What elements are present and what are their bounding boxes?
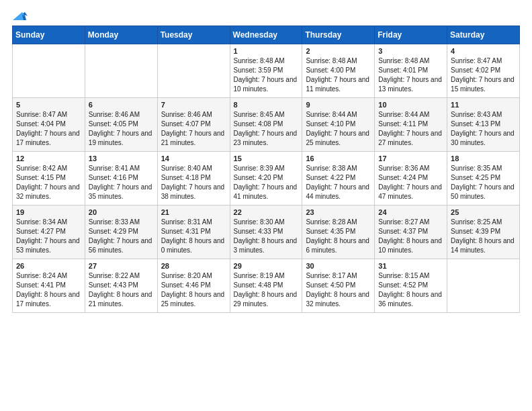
- day-number: 19: [16, 208, 81, 216]
- day-info: Sunrise: 8:22 AMSunset: 4:43 PMDaylight:…: [89, 272, 152, 308]
- logo-icon: [13, 11, 28, 21]
- day-number: 12: [16, 154, 81, 163]
- day-number: 25: [451, 208, 516, 216]
- day-number: 4: [451, 47, 516, 55]
- calendar-cell: 14Sunrise: 8:40 AMSunset: 4:18 PMDayligh…: [157, 152, 230, 205]
- calendar-cell: [13, 44, 85, 98]
- calendar-cell: 8Sunrise: 8:45 AMSunset: 4:08 PMDaylight…: [230, 98, 302, 152]
- day-info: Sunrise: 8:44 AMSunset: 4:10 PMDaylight:…: [306, 111, 369, 146]
- day-info: Sunrise: 8:30 AMSunset: 4:33 PMDaylight:…: [234, 218, 298, 254]
- day-info: Sunrise: 8:42 AMSunset: 4:15 PMDaylight:…: [16, 165, 80, 200]
- day-info: Sunrise: 8:17 AMSunset: 4:50 PMDaylight:…: [306, 272, 369, 308]
- calendar-cell: 10Sunrise: 8:44 AMSunset: 4:11 PMDayligh…: [375, 98, 447, 152]
- calendar-cell: 27Sunrise: 8:22 AMSunset: 4:43 PMDayligh…: [85, 259, 157, 313]
- calendar-cell: 28Sunrise: 8:20 AMSunset: 4:46 PMDayligh…: [157, 259, 230, 313]
- calendar-cell: 16Sunrise: 8:38 AMSunset: 4:22 PMDayligh…: [302, 152, 375, 205]
- calendar-week-2: 5Sunrise: 8:47 AMSunset: 4:04 PMDaylight…: [13, 98, 520, 152]
- calendar-cell: 5Sunrise: 8:47 AMSunset: 4:04 PMDaylight…: [13, 98, 85, 152]
- calendar-week-4: 19Sunrise: 8:34 AMSunset: 4:27 PMDayligh…: [13, 205, 520, 259]
- calendar-week-1: 1Sunrise: 8:48 AMSunset: 3:59 PMDaylight…: [13, 44, 520, 98]
- weekday-header-sunday: Sunday: [13, 26, 85, 44]
- calendar-cell: [85, 44, 157, 98]
- calendar-cell: 1Sunrise: 8:48 AMSunset: 3:59 PMDaylight…: [230, 44, 302, 98]
- day-number: 2: [306, 47, 371, 55]
- day-number: 1: [234, 47, 299, 55]
- day-info: Sunrise: 8:33 AMSunset: 4:29 PMDaylight:…: [89, 218, 152, 254]
- day-number: 23: [306, 208, 371, 216]
- weekday-header-friday: Friday: [375, 26, 447, 44]
- day-number: 3: [378, 47, 443, 55]
- calendar-week-5: 26Sunrise: 8:24 AMSunset: 4:41 PMDayligh…: [13, 259, 520, 313]
- calendar-cell: 11Sunrise: 8:43 AMSunset: 4:13 PMDayligh…: [447, 98, 520, 152]
- calendar-cell: 2Sunrise: 8:48 AMSunset: 4:00 PMDaylight…: [302, 44, 375, 98]
- day-info: Sunrise: 8:48 AMSunset: 4:01 PMDaylight:…: [378, 57, 442, 93]
- day-number: 21: [161, 208, 226, 216]
- calendar-cell: 17Sunrise: 8:36 AMSunset: 4:24 PMDayligh…: [375, 152, 447, 205]
- calendar-cell: 30Sunrise: 8:17 AMSunset: 4:50 PMDayligh…: [302, 259, 375, 313]
- day-number: 8: [234, 101, 299, 109]
- page: SundayMondayTuesdayWednesdayThursdayFrid…: [0, 0, 532, 411]
- day-info: Sunrise: 8:27 AMSunset: 4:37 PMDaylight:…: [378, 218, 442, 254]
- day-number: 22: [234, 208, 299, 216]
- calendar-cell: 9Sunrise: 8:44 AMSunset: 4:10 PMDaylight…: [302, 98, 375, 152]
- day-number: 18: [451, 154, 516, 163]
- day-number: 24: [378, 208, 443, 216]
- day-info: Sunrise: 8:45 AMSunset: 4:08 PMDaylight:…: [234, 111, 298, 146]
- day-info: Sunrise: 8:46 AMSunset: 4:05 PMDaylight:…: [89, 111, 152, 146]
- day-info: Sunrise: 8:48 AMSunset: 3:59 PMDaylight:…: [234, 57, 298, 93]
- day-info: Sunrise: 8:48 AMSunset: 4:00 PMDaylight:…: [306, 57, 369, 93]
- day-number: 11: [451, 101, 516, 109]
- day-number: 7: [161, 101, 226, 109]
- calendar-cell: 12Sunrise: 8:42 AMSunset: 4:15 PMDayligh…: [13, 152, 85, 205]
- calendar-cell: 23Sunrise: 8:28 AMSunset: 4:35 PMDayligh…: [302, 205, 375, 259]
- day-info: Sunrise: 8:36 AMSunset: 4:24 PMDaylight:…: [378, 165, 442, 200]
- day-info: Sunrise: 8:47 AMSunset: 4:04 PMDaylight:…: [16, 111, 80, 146]
- header: [12, 12, 520, 19]
- day-number: 20: [89, 208, 154, 216]
- day-number: 28: [161, 262, 226, 270]
- calendar-header-row: SundayMondayTuesdayWednesdayThursdayFrid…: [13, 26, 520, 44]
- weekday-header-wednesday: Wednesday: [230, 26, 302, 44]
- calendar-cell: 22Sunrise: 8:30 AMSunset: 4:33 PMDayligh…: [230, 205, 302, 259]
- weekday-header-tuesday: Tuesday: [157, 26, 230, 44]
- weekday-header-saturday: Saturday: [447, 26, 520, 44]
- calendar-cell: 18Sunrise: 8:35 AMSunset: 4:25 PMDayligh…: [447, 152, 520, 205]
- calendar-cell: 19Sunrise: 8:34 AMSunset: 4:27 PMDayligh…: [13, 205, 85, 259]
- weekday-header-monday: Monday: [85, 26, 157, 44]
- calendar-cell: 13Sunrise: 8:41 AMSunset: 4:16 PMDayligh…: [85, 152, 157, 205]
- calendar-cell: 3Sunrise: 8:48 AMSunset: 4:01 PMDaylight…: [375, 44, 447, 98]
- day-info: Sunrise: 8:15 AMSunset: 4:52 PMDaylight:…: [378, 272, 442, 308]
- calendar-table: SundayMondayTuesdayWednesdayThursdayFrid…: [12, 26, 520, 313]
- calendar-cell: [157, 44, 230, 98]
- day-number: 10: [378, 101, 443, 109]
- day-info: Sunrise: 8:40 AMSunset: 4:18 PMDaylight:…: [161, 165, 225, 200]
- day-info: Sunrise: 8:34 AMSunset: 4:27 PMDaylight:…: [16, 218, 80, 254]
- calendar-cell: [447, 259, 520, 313]
- day-info: Sunrise: 8:39 AMSunset: 4:20 PMDaylight:…: [234, 165, 298, 200]
- day-number: 29: [234, 262, 299, 270]
- day-number: 16: [306, 154, 371, 163]
- day-info: Sunrise: 8:47 AMSunset: 4:02 PMDaylight:…: [451, 57, 515, 93]
- day-number: 14: [161, 154, 226, 163]
- day-number: 17: [378, 154, 443, 163]
- day-info: Sunrise: 8:24 AMSunset: 4:41 PMDaylight:…: [16, 272, 80, 308]
- calendar-cell: 25Sunrise: 8:25 AMSunset: 4:39 PMDayligh…: [447, 205, 520, 259]
- day-number: 27: [89, 262, 154, 270]
- calendar-cell: 4Sunrise: 8:47 AMSunset: 4:02 PMDaylight…: [447, 44, 520, 98]
- day-info: Sunrise: 8:35 AMSunset: 4:25 PMDaylight:…: [451, 165, 515, 200]
- day-info: Sunrise: 8:20 AMSunset: 4:46 PMDaylight:…: [161, 272, 225, 308]
- day-info: Sunrise: 8:19 AMSunset: 4:48 PMDaylight:…: [234, 272, 298, 308]
- day-info: Sunrise: 8:25 AMSunset: 4:39 PMDaylight:…: [451, 218, 515, 254]
- day-number: 15: [234, 154, 299, 163]
- calendar-cell: 24Sunrise: 8:27 AMSunset: 4:37 PMDayligh…: [375, 205, 447, 259]
- day-info: Sunrise: 8:38 AMSunset: 4:22 PMDaylight:…: [306, 165, 369, 200]
- weekday-header-thursday: Thursday: [302, 26, 375, 44]
- day-number: 26: [16, 262, 81, 270]
- calendar-cell: 15Sunrise: 8:39 AMSunset: 4:20 PMDayligh…: [230, 152, 302, 205]
- calendar-cell: 29Sunrise: 8:19 AMSunset: 4:48 PMDayligh…: [230, 259, 302, 313]
- day-info: Sunrise: 8:46 AMSunset: 4:07 PMDaylight:…: [161, 111, 225, 146]
- day-number: 31: [378, 262, 443, 270]
- day-info: Sunrise: 8:44 AMSunset: 4:11 PMDaylight:…: [378, 111, 442, 146]
- day-number: 6: [89, 101, 154, 109]
- day-number: 13: [89, 154, 154, 163]
